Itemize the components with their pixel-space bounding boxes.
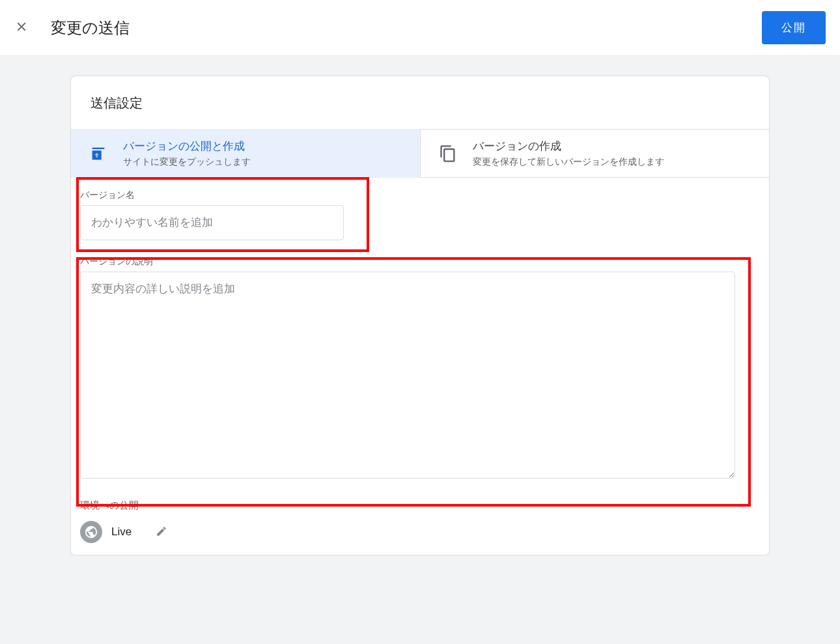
version-desc-field: バージョンの説明: [80, 245, 760, 486]
submission-card: 送信設定 バージョンの公開と作成 サイトに変更をプッシュします バージョンの作成…: [70, 76, 770, 555]
version-name-input[interactable]: [80, 205, 344, 240]
tab-create-version[interactable]: バージョンの作成 変更を保存して新しいバージョンを作成します: [420, 129, 769, 178]
publish-upload-icon: [89, 145, 107, 163]
dialog-title: 変更の送信: [51, 18, 130, 38]
globe-icon: [80, 521, 102, 543]
close-icon: [14, 20, 29, 36]
publish-button[interactable]: 公開: [762, 11, 826, 44]
tab-text-wrap: バージョンの公開と作成 サイトに変更をプッシュします: [123, 139, 251, 168]
form-section: バージョン名 バージョンの説明: [71, 178, 769, 486]
tab-text-wrap: バージョンの作成 変更を保存して新しいバージョンを作成します: [473, 139, 664, 168]
tab-publish-and-create[interactable]: バージョンの公開と作成 サイトに変更をプッシュします: [71, 129, 420, 178]
edit-environment-button[interactable]: [153, 523, 170, 542]
page-body: 送信設定 バージョンの公開と作成 サイトに変更をプッシュします バージョンの作成…: [0, 56, 840, 644]
pencil-icon: [156, 525, 167, 539]
version-name-field: バージョン名: [80, 184, 760, 245]
environment-section: 環境への公開 Live: [71, 486, 769, 543]
tab-title: バージョンの作成: [473, 139, 664, 154]
environment-label: 環境への公開: [80, 499, 760, 512]
tab-desc: サイトに変更をプッシュします: [123, 156, 251, 168]
version-desc-input[interactable]: [80, 272, 735, 479]
tab-desc: 変更を保存して新しいバージョンを作成します: [473, 156, 664, 168]
close-button[interactable]: [12, 17, 31, 38]
version-name-label: バージョン名: [80, 189, 760, 201]
environment-name: Live: [111, 525, 144, 539]
version-desc-label: バージョンの説明: [80, 256, 760, 268]
copy-icon: [439, 145, 457, 163]
environment-row: Live: [80, 521, 760, 543]
card-title: 送信設定: [71, 76, 769, 129]
tab-title: バージョンの公開と作成: [123, 139, 251, 154]
header-left: 変更の送信: [12, 17, 130, 38]
action-tabs: バージョンの公開と作成 サイトに変更をプッシュします バージョンの作成 変更を保…: [71, 129, 769, 178]
dialog-header: 変更の送信 公開: [0, 0, 840, 56]
